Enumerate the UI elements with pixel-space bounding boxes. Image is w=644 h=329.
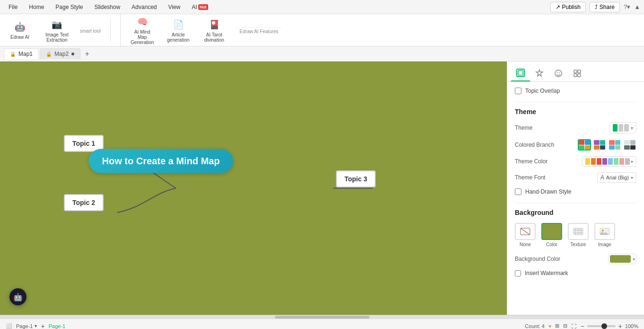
svg-rect-1: [518, 71, 523, 75]
canvas-scrollbar[interactable]: [0, 315, 644, 319]
page-name-label: Page-1: [16, 323, 33, 329]
page-dropdown-icon[interactable]: ▾: [35, 323, 37, 329]
bg-color-swatch: [610, 255, 631, 263]
fit-view-icon[interactable]: ⊟: [563, 323, 567, 329]
svg-point-3: [557, 72, 558, 73]
status-left: ⬜ Page-1 ▾ + Page-1: [6, 322, 65, 329]
menu-view[interactable]: View: [163, 2, 185, 12]
bg-texture-label: Texture: [571, 242, 586, 247]
svg-point-18: [602, 230, 604, 231]
share-button[interactable]: ⤴ Share: [590, 2, 620, 12]
bg-option-image[interactable]: Image: [594, 223, 615, 247]
bg-color-picker[interactable]: ▾: [608, 254, 636, 264]
svg-rect-8: [578, 74, 581, 77]
colored-branch-options: [578, 139, 636, 151]
toolbar-edraw-ai[interactable]: 🤖 Edraw AI: [6, 18, 34, 42]
branch-option-4[interactable]: [623, 139, 636, 151]
branch-option-2[interactable]: [593, 139, 606, 151]
toolbar: 🤖 Edraw AI 📷 Image TextExtraction smart …: [0, 14, 644, 46]
menu-home[interactable]: Home: [24, 2, 49, 12]
ai-mindmap-label: AI Mind MapGeneration: [131, 29, 154, 45]
svg-rect-5: [574, 70, 577, 73]
main-layout: Topic 1 Topic 2 How to Create a Mind Map…: [0, 62, 644, 315]
central-node[interactable]: How to Create a Mind Map: [89, 149, 233, 173]
grid-view-icon[interactable]: ⊞: [555, 323, 559, 329]
heart-icon: ♥: [548, 323, 552, 329]
topic-node-3[interactable]: Topic 3: [336, 170, 376, 187]
panel-tab-settings[interactable]: [568, 65, 587, 81]
toolbar-ai-tarot[interactable]: 🎴 AI Tarotdivination: [200, 16, 229, 44]
toolbar-divider-1: [110, 18, 111, 42]
tab-lock-icon-2: 🔒: [46, 52, 52, 57]
font-icon: A: [600, 174, 604, 181]
zoom-plus-button[interactable]: +: [618, 322, 622, 329]
panel-tabs: [507, 62, 644, 82]
active-page-label[interactable]: Page-1: [49, 323, 65, 329]
zoom-slider[interactable]: [587, 325, 616, 327]
topic-overlap-checkbox[interactable]: [515, 88, 521, 94]
add-tab-button[interactable]: +: [81, 48, 93, 60]
menu-slideshow[interactable]: Slideshow: [89, 2, 125, 12]
panel-tab-magic[interactable]: [530, 65, 549, 81]
expand-icon[interactable]: ⬜: [6, 323, 12, 329]
toolbar-image-text[interactable]: 📷 Image TextExtraction: [42, 16, 72, 44]
theme-dropdown[interactable]: ▾: [609, 122, 636, 133]
publish-button[interactable]: ↗ Publish: [550, 2, 586, 12]
bg-color-label-text: Background Color: [515, 256, 560, 262]
help-button[interactable]: ?▾: [624, 3, 630, 10]
background-options: None Color: [515, 223, 636, 247]
page-indicator: Page-1 ▾: [16, 323, 37, 329]
bg-none-icon: [515, 223, 536, 240]
panel-tab-face[interactable]: [549, 65, 568, 81]
watermark-row: Insert Watermark: [515, 270, 636, 276]
toolbar-article-gen[interactable]: 📄 Articlegeneration: [164, 16, 193, 44]
bg-option-color[interactable]: Color: [541, 223, 562, 247]
svg-rect-6: [578, 70, 581, 73]
bg-option-none[interactable]: None: [515, 223, 536, 247]
branch-option-3[interactable]: [608, 139, 621, 151]
panel-tab-layout[interactable]: [511, 65, 530, 81]
watermark-checkbox[interactable]: [515, 270, 521, 276]
hand-drawn-checkbox[interactable]: [515, 188, 521, 195]
fullscreen-icon[interactable]: ⛶: [571, 323, 576, 329]
theme-chevron-icon: ▾: [631, 125, 633, 131]
theme-font-label: Theme Font: [515, 174, 546, 181]
menu-file[interactable]: File: [4, 2, 22, 12]
theme-color-dropdown[interactable]: ▾: [582, 156, 636, 167]
menu-right-actions: ↗ Publish ⤴ Share ?▾ ▲: [550, 2, 641, 12]
colored-branch-label: Colored Branch: [515, 142, 554, 148]
tab-label-map1: Map1: [18, 51, 33, 57]
tab-unsaved-dot: [71, 53, 74, 55]
topic-node-2[interactable]: Topic 2: [64, 194, 104, 211]
theme-font-dropdown[interactable]: A Arial (Big) ▾: [597, 172, 636, 183]
tab-map1[interactable]: 🔒 Map1: [4, 48, 39, 59]
right-panel: Topic Overlap Theme Theme ▾ Colored B: [507, 62, 644, 315]
bg-option-texture[interactable]: Texture: [568, 223, 589, 247]
ai-assistant-bubble[interactable]: 🤖: [9, 288, 26, 305]
ai-mindmap-icon: 🧠: [136, 15, 149, 28]
bg-color-label: Color: [546, 242, 557, 247]
theme-section-title: Theme: [515, 102, 636, 116]
tab-map2[interactable]: 🔒 Map2: [40, 48, 80, 59]
hand-drawn-label: Hand-Drawn Style: [525, 188, 571, 195]
menu-page-style[interactable]: Page Style: [51, 2, 88, 12]
topic-overlap-row: Topic Overlap: [515, 88, 636, 94]
theme-property-row: Theme ▾: [515, 122, 636, 133]
article-gen-label: Articlegeneration: [167, 32, 189, 43]
menu-ai[interactable]: AI Hot: [187, 2, 212, 12]
branch-option-1[interactable]: [578, 139, 591, 151]
ai-features-group: 🧠 AI Mind MapGeneration 📄 Articlegenerat…: [120, 13, 282, 47]
theme-label: Theme: [515, 124, 532, 131]
watermark-label: Insert Watermark: [525, 270, 568, 276]
toolbar-ai-mindmap[interactable]: 🧠 AI Mind MapGeneration: [128, 13, 157, 47]
zoom-minus-button[interactable]: −: [580, 322, 584, 329]
background-section-title: Background: [515, 203, 636, 216]
menu-advanced[interactable]: Advanced: [127, 2, 161, 12]
colored-branch-row: Colored Branch: [515, 139, 636, 151]
canvas[interactable]: Topic 1 Topic 2 How to Create a Mind Map…: [0, 62, 507, 315]
font-chevron: ▾: [631, 175, 633, 180]
add-page-button[interactable]: +: [41, 322, 44, 329]
svg-point-2: [555, 70, 562, 77]
minimize-button[interactable]: ▲: [634, 3, 640, 10]
topic-overlap-label: Topic Overlap: [525, 88, 560, 94]
